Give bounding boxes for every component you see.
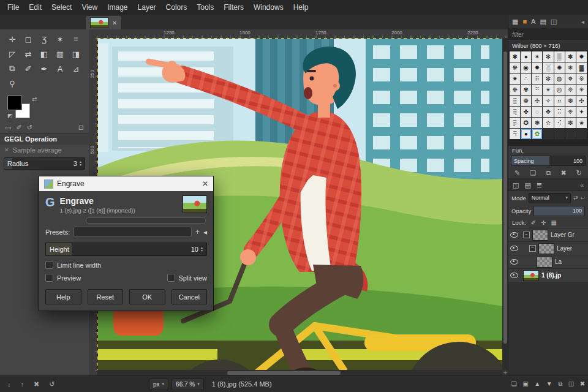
menu-item[interactable]: Image [102,1,132,14]
menu-item[interactable]: Tools [192,1,219,14]
tab-close-icon[interactable]: ✕ [112,20,117,26]
menu-item[interactable]: Select [47,1,77,14]
dock-tab-menu-icon[interactable]: ◂ [581,18,584,25]
tool-button[interactable]: ✶ [52,32,68,47]
brush-thumbnail[interactable]: ⠪ [554,118,565,128]
menu-item[interactable]: Filters [219,1,249,14]
tool-options-footer-icon[interactable]: ↓ [7,380,11,388]
preview-checkbox[interactable] [45,274,53,282]
group-expander-icon[interactable]: − [523,232,530,238]
tool-button[interactable]: ✒ [36,61,52,76]
layer-action-icon[interactable]: ▣ [522,380,528,388]
layer-action-icon[interactable]: ✖ [580,380,585,388]
brush-filter-input[interactable]: filter [508,29,588,40]
brush-thumbnail[interactable]: ◉ [521,62,531,73]
brush-thumbnail[interactable]: ❄ [565,62,576,73]
layer-action-icon[interactable]: ▲ [534,380,540,388]
menu-item[interactable]: Colors [161,1,192,14]
brush-thumbnail[interactable]: ✧ [543,96,553,106]
brush-thumbnail[interactable]: ✳ [576,85,587,95]
mode-dropdown[interactable]: Normal ▾ [529,193,571,203]
mode-option-icon[interactable]: ⇄ [573,195,578,201]
brush-thumbnail[interactable]: ✹ [576,51,587,62]
brush-thumbnail[interactable]: ❁ [521,96,531,106]
brush-thumbnail[interactable] [565,129,576,139]
brush-thumbnail[interactable]: ✸ [532,62,542,73]
tool-button[interactable]: ⧉ [4,61,20,76]
image-tab[interactable]: ✕ [86,16,121,29]
brush-thumbnail[interactable] [576,129,587,139]
brush-thumbnail[interactable]: ✶ [532,51,542,62]
brush-thumbnail[interactable]: ✢ [532,96,542,106]
group-expander-icon[interactable]: − [529,245,536,252]
sample-average-row[interactable]: ✕ Sample average [0,145,89,156]
opacity-value[interactable]: 100 [573,208,582,214]
help-button[interactable]: Help [45,289,81,304]
brush-thumbnail[interactable]: ● [521,51,531,62]
brush-thumbnail[interactable]: ❆ [565,96,576,106]
brush-thumbnail[interactable]: ❇ [565,118,576,128]
brush-thumbnail[interactable]: ✪ [521,118,531,128]
tool-button[interactable]: ▥ [52,47,68,61]
swap-colors-icon[interactable]: ⇄ [32,96,37,102]
brush-thumbnail[interactable]: ⠿ [532,74,542,84]
brush-action-icon[interactable]: ✎ [514,169,520,177]
brush-thumbnail[interactable] [554,129,565,139]
brush-thumbnail[interactable]: ✣ [576,96,587,106]
spin-down-icon[interactable]: ▾ [80,164,81,167]
layers-tab-icon[interactable]: ▤ [524,181,530,189]
cancel-button[interactable]: Cancel [172,289,208,304]
tool-button[interactable]: ⊿ [68,61,84,76]
brush-thumbnail[interactable]: ✤ [521,107,531,117]
unit-combo[interactable]: px ▾ [149,379,168,390]
lock-toggle-icon[interactable]: ✛ [541,219,546,226]
menu-item[interactable]: View [77,1,102,14]
layer-action-icon[interactable]: ◫ [568,380,574,388]
tool-button[interactable]: ⚲ [4,76,20,91]
preset-menu-icon[interactable]: ◂ [203,228,207,236]
layer-row[interactable]: La [508,255,588,269]
brush-thumbnail[interactable]: ✻ [543,51,553,62]
brush-thumbnail[interactable]: ✺ [554,62,565,73]
brush-thumbnail[interactable]: ✬ [576,118,587,128]
visibility-eye-icon[interactable] [510,273,518,278]
tool-button[interactable]: ◻ [20,32,36,47]
brush-thumbnail[interactable]: ✵ [565,74,576,84]
layer-row[interactable]: − Layer Gr [508,228,588,242]
brush-thumbnail[interactable]: ※ [576,74,587,84]
layer-action-icon[interactable]: ⧉ [558,380,562,388]
ruler-origin-corner[interactable] [89,29,98,39]
brush-thumbnail[interactable]: ✥ [543,107,553,117]
tool-button[interactable]: ◨ [68,47,84,61]
brush-thumbnail[interactable]: ◎ [554,85,565,95]
tool-button[interactable]: A [52,61,68,76]
spin-down-icon[interactable]: ▾ [201,249,203,252]
tool-options-footer-icon[interactable]: ↺ [49,380,55,388]
menu-item[interactable]: Edit [24,1,47,14]
visibility-eye-icon[interactable] [510,232,518,238]
zoom-combo[interactable]: 66.7 % ▾ [172,379,204,390]
brush-thumbnail[interactable]: ◌ [532,107,542,117]
visibility-eye-icon[interactable] [510,246,518,251]
menu-item[interactable]: Help [288,1,314,14]
brush-action-icon[interactable]: ⧉ [546,169,551,177]
menu-item[interactable]: Windows [249,1,288,14]
tool-button[interactable]: ⌗ [68,32,84,47]
tool-options-footer-icon[interactable]: ↑ [21,380,24,388]
brush-thumbnail[interactable]: ░ [543,62,553,73]
brush-action-icon[interactable]: ❏ [530,169,536,177]
brush-thumbnail[interactable]: ● [521,129,531,139]
close-icon[interactable]: ✕ [4,147,9,153]
menu-item[interactable]: Layer [133,1,161,14]
brush-thumbnail[interactable]: ▓ [576,62,587,73]
brush-thumbnail[interactable]: ✷ [510,74,520,84]
dock-tab-icon[interactable]: A [531,18,535,26]
presets-combo[interactable] [74,227,192,237]
brush-thumbnail[interactable]: ❋ [510,62,520,73]
lock-toggle-icon[interactable]: ▦ [551,219,557,226]
brush-action-icon[interactable]: ✖ [560,169,566,177]
opacity-slider[interactable]: 100 [533,206,585,216]
lock-toggle-icon[interactable]: ✐ [531,219,536,226]
tool-button[interactable]: Ʒ [36,32,52,47]
tool-button[interactable]: ✛ [4,32,20,47]
